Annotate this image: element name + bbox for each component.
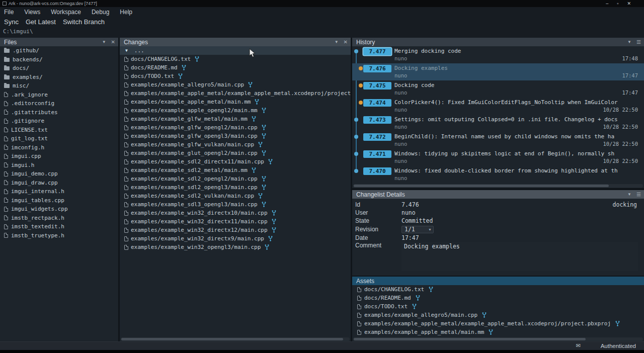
changed-file-row[interactable]: examples/example_sdl2_metal/main.mm	[120, 166, 351, 174]
changed-file-row[interactable]: examples/example_glfw_metal/main.mm	[120, 115, 351, 123]
assets-header[interactable]: Assets	[352, 277, 644, 285]
commit-revision-badge: 7.471	[363, 150, 391, 158]
file-tree-item[interactable]: .ark_ignore	[0, 91, 118, 100]
branch-icon	[255, 99, 259, 105]
commit-row[interactable]: 7.473 Settings: omit outputing Collapsed…	[352, 115, 644, 132]
changed-file-row[interactable]: examples/example_sdl2_opengl3/main.cpp	[120, 183, 351, 192]
file-tree-item[interactable]: git_log.txt	[0, 134, 118, 143]
maximize-button[interactable]: ▫	[617, 0, 618, 7]
file-tree-item[interactable]: imgui_draw.cpp	[0, 179, 118, 188]
changed-file-row[interactable]: examples/example_apple_metal/example_app…	[120, 89, 351, 98]
changed-file-row[interactable]: examples/example_glut_opengl2/main.cpp	[120, 149, 351, 157]
switch-branch-button[interactable]: Switch Branch	[63, 18, 105, 26]
close-panel-icon[interactable]: ✕	[344, 39, 348, 45]
filter-icon[interactable]: ▼	[627, 40, 631, 44]
get-latest-button[interactable]: Get Latest	[26, 18, 56, 26]
filter-icon[interactable]: ▼	[335, 40, 339, 44]
asset-file-row[interactable]: docs/CHANGELOG.txt	[352, 285, 644, 294]
changed-file-row[interactable]: examples/example_glfw_opengl3/main.cpp	[120, 132, 351, 140]
changed-file-row[interactable]: examples/example_win32_opengl3/main.cpp	[120, 243, 351, 251]
branch-icon	[416, 295, 420, 301]
changed-file-row[interactable]: examples/example_win32_directx11/main.cp…	[120, 217, 351, 226]
menu-views[interactable]: Views	[24, 9, 40, 16]
filter-icon[interactable]: ▼	[102, 40, 106, 44]
scrollbar-thumb[interactable]	[354, 185, 609, 187]
horizontal-scrollbar[interactable]	[121, 337, 350, 341]
file-tree-item[interactable]: backends/	[0, 55, 118, 64]
file-tree-item[interactable]: imgui.h	[0, 161, 118, 170]
changed-file-row[interactable]: docs/TODO.txt	[120, 72, 351, 80]
close-button[interactable]: ✕	[627, 0, 631, 7]
changed-file-row[interactable]: examples/example_allegro5/main.cpp	[120, 80, 351, 89]
asset-file-row[interactable]: docs/README.md	[352, 294, 644, 302]
changed-file-row[interactable]: examples/example_glfw_opengl2/main.cpp	[120, 123, 351, 132]
close-panel-icon[interactable]: ✕	[111, 39, 115, 45]
file-tree-item[interactable]: misc/	[0, 81, 118, 91]
expander-icon[interactable]: ▼	[125, 48, 128, 53]
horizontal-scrollbar[interactable]	[353, 184, 643, 188]
commit-row[interactable]: 7.477 Merging docking code nuno 17:48	[352, 46, 644, 63]
changed-file-row[interactable]: docs/README.md	[120, 63, 351, 72]
revision-select[interactable]: 1/1 ▼	[401, 226, 434, 233]
horizontal-scrollbar[interactable]	[353, 337, 643, 341]
changed-file-path: examples/example_glfw_metal/main.mm	[131, 116, 248, 122]
branch-icon	[265, 244, 269, 250]
changed-file-row[interactable]: examples/example_sdl2_vulkan/main.cpp	[120, 192, 351, 200]
file-name: imconfig.h	[11, 144, 44, 151]
commit-row[interactable]: 7.476 Docking examples nuno 17:47	[352, 63, 644, 80]
file-tree-item[interactable]: .github/	[0, 46, 118, 55]
scrollbar-thumb[interactable]	[354, 338, 586, 340]
menu-bar: File Views Workspace Debug Help	[4, 8, 132, 16]
file-tree-item[interactable]: .gitattributes	[0, 108, 118, 117]
file-tree-item[interactable]: .editorconfig	[0, 99, 118, 108]
file-tree-item[interactable]: imgui.cpp	[0, 152, 118, 161]
file-icon	[124, 57, 128, 62]
file-tree-item[interactable]: imstb_truetype.h	[0, 231, 118, 240]
menu-file[interactable]: File	[4, 9, 14, 16]
changed-file-row[interactable]: examples/example_sdl2_opengl2/main.cpp	[120, 174, 351, 183]
changed-file-row[interactable]: examples/example_apple_opengl2/main.mm	[120, 106, 351, 115]
changed-file-row[interactable]: docs/CHANGELOG.txt	[120, 55, 351, 63]
panel-menu-icon[interactable]: ☰	[636, 39, 641, 45]
commit-row[interactable]: 7.474 ColorPicker4(): Fixed ImGuiColorEd…	[352, 98, 644, 115]
file-tree-item[interactable]: imconfig.h	[0, 143, 118, 152]
asset-file-row[interactable]: docs/TODO.txt	[352, 302, 644, 311]
file-tree-item[interactable]: imstb_textedit.h	[0, 222, 118, 231]
menu-debug[interactable]: Debug	[92, 9, 109, 16]
file-tree-item[interactable]: imgui_widgets.cpp	[0, 205, 118, 214]
file-tree-item[interactable]: imstb_rectpack.h	[0, 214, 118, 223]
changed-file-row[interactable]: examples/example_apple_metal/main.mm	[120, 98, 351, 106]
scrollbar-thumb[interactable]	[121, 338, 343, 340]
commit-row[interactable]: 7.470 Windows: fixed double-clicked bord…	[352, 166, 644, 183]
file-tree-item[interactable]: LICENSE.txt	[0, 126, 118, 135]
changes-root-row[interactable]: ▼ ...	[120, 46, 351, 55]
file-icon	[357, 296, 361, 301]
minimize-button[interactable]: –	[606, 0, 608, 7]
asset-file-row[interactable]: examples/example_apple_metal/example_app…	[352, 319, 644, 328]
chevron-down-icon: ▼	[428, 228, 432, 231]
changed-file-row[interactable]: examples/example_win32_directx12/main.cp…	[120, 226, 351, 234]
menu-workspace[interactable]: Workspace	[51, 9, 81, 16]
asset-file-row[interactable]: examples/example_apple_metal/main.mm	[352, 328, 644, 336]
file-tree-item[interactable]: .gitignore	[0, 117, 118, 126]
changed-file-row[interactable]: examples/example_sdl3_opengl3/main.cpp	[120, 200, 351, 209]
comment-field[interactable]: Docking examples	[401, 242, 638, 271]
commit-row[interactable]: 7.471 Windows: tidying up skipitems logi…	[352, 149, 644, 166]
commit-row[interactable]: 7.472 BeginChild(): Internal name used b…	[352, 132, 644, 149]
changelist-details-panel: Changelist Details ▼ ☰ Id 7.476 docking …	[352, 190, 644, 276]
menu-help[interactable]: Help	[120, 9, 132, 16]
changed-file-row[interactable]: examples/example_win32_directx10/main.cp…	[120, 209, 351, 217]
commit-row[interactable]: 7.475 Docking code nuno 17:47	[352, 80, 644, 98]
asset-file-row[interactable]: examples/example_allegro5/main.cpp	[352, 311, 644, 319]
sync-button[interactable]: Sync	[4, 18, 19, 26]
filter-icon[interactable]: ▼	[627, 192, 631, 197]
panel-menu-icon[interactable]: ☰	[636, 192, 641, 197]
changed-file-row[interactable]: examples/example_sdl2_directx11/main.cpp	[120, 157, 351, 166]
changed-file-row[interactable]: examples/example_win32_directx9/main.cpp	[120, 234, 351, 243]
file-tree-item[interactable]: imgui_internal.h	[0, 187, 118, 196]
file-tree-item[interactable]: examples/	[0, 73, 118, 82]
file-tree-item[interactable]: imgui_tables.cpp	[0, 196, 118, 205]
file-tree-item[interactable]: imgui_demo.cpp	[0, 169, 118, 179]
changed-file-row[interactable]: examples/example_glfw_vulkan/main.cpp	[120, 140, 351, 149]
file-tree-item[interactable]: docs/	[0, 64, 118, 73]
